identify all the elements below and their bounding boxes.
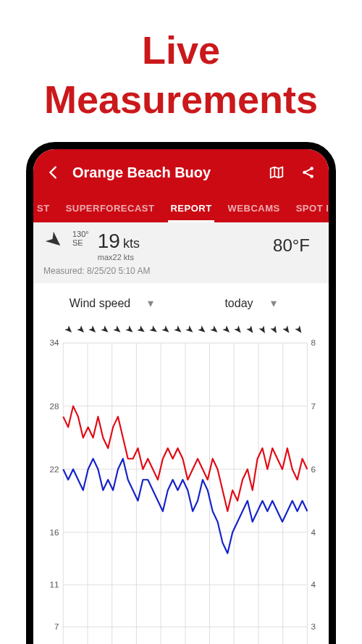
tab-report[interactable]: REPORT bbox=[162, 196, 219, 222]
wind-dir-arrow-icon bbox=[185, 325, 195, 335]
svg-text:7: 7 bbox=[311, 401, 316, 411]
wind-dir-arrow-icon bbox=[173, 325, 183, 335]
wind-chart[interactable]: 34282216117876443 bbox=[43, 336, 319, 644]
app-header: Orange Beach Buoy bbox=[33, 149, 329, 196]
wind-dir-arrow-icon bbox=[197, 325, 207, 335]
metric-selector[interactable]: Wind speed ▾ bbox=[42, 290, 181, 316]
range-label: today bbox=[224, 297, 253, 310]
temperature: 80°F bbox=[273, 235, 310, 256]
promo-title: Live Measurements bbox=[0, 0, 362, 138]
svg-text:11: 11 bbox=[49, 580, 59, 589]
wind-block: 19 kts max22 kts bbox=[98, 230, 140, 262]
wind-dir-arrow-icon bbox=[76, 325, 86, 335]
direction-label: SE bbox=[72, 238, 89, 247]
measured-line: Measured: 8/25/20 5:10 AM bbox=[33, 266, 329, 283]
selector-row: Wind speed ▾ today ▾ bbox=[33, 283, 329, 322]
direction-degrees: 130° bbox=[72, 230, 89, 238]
share-icon[interactable] bbox=[295, 159, 321, 185]
tab-webcams[interactable]: WEBCAMS bbox=[220, 196, 288, 222]
svg-text:7: 7 bbox=[54, 622, 59, 631]
svg-text:6: 6 bbox=[311, 464, 316, 474]
wind-dir-arrow-icon bbox=[269, 325, 279, 335]
back-button[interactable] bbox=[41, 159, 67, 185]
wind-dir-arrow-icon bbox=[294, 325, 304, 335]
phone-frame: Orange Beach Buoy STSUPERFORECASTREPORTW… bbox=[26, 142, 336, 644]
promo-line2: Measurements bbox=[44, 78, 318, 121]
svg-text:16: 16 bbox=[49, 527, 59, 537]
wind-max: max22 kts bbox=[98, 253, 140, 262]
metric-label: Wind speed bbox=[70, 297, 131, 310]
wind-dir-arrow-icon bbox=[161, 325, 171, 335]
svg-text:34: 34 bbox=[49, 338, 59, 347]
wind-dir-arrow-icon bbox=[245, 325, 256, 335]
svg-text:4: 4 bbox=[311, 527, 316, 537]
wind-unit: kts bbox=[123, 236, 140, 251]
chart: 34282216117876443 bbox=[33, 322, 329, 644]
page-title: Orange Beach Buoy bbox=[72, 164, 258, 181]
tab-superforecast[interactable]: SUPERFORECAST bbox=[58, 196, 163, 222]
info-bar: 130° SE 19 kts max22 kts 80°F bbox=[33, 222, 329, 266]
wind-dir-arrow-icon bbox=[148, 325, 159, 335]
svg-text:28: 28 bbox=[49, 401, 59, 411]
map-icon[interactable] bbox=[264, 159, 290, 185]
svg-text:8: 8 bbox=[311, 338, 316, 347]
wind-value: 19 bbox=[98, 230, 120, 253]
wind-dir-arrow-icon bbox=[125, 325, 135, 335]
chevron-down-icon: ▾ bbox=[271, 296, 277, 310]
chevron-down-icon: ▾ bbox=[148, 296, 153, 310]
wind-dir-arrow-icon bbox=[209, 325, 219, 335]
range-selector[interactable]: today ▾ bbox=[181, 290, 320, 316]
tabs: STSUPERFORECASTREPORTWEBCAMSSPOT INFO bbox=[33, 196, 329, 222]
wind-dir-arrow-icon bbox=[222, 325, 232, 335]
direction-arrows-row bbox=[43, 322, 319, 336]
wind-dir-arrow-icon bbox=[258, 325, 268, 335]
wind-dir-arrow-icon bbox=[88, 325, 98, 335]
tab-st[interactable]: ST bbox=[33, 196, 58, 222]
promo-line1: Live bbox=[142, 28, 220, 72]
tab-spot-info[interactable]: SPOT INFO bbox=[288, 196, 329, 222]
wind-dir-arrow-icon bbox=[112, 325, 122, 335]
svg-text:22: 22 bbox=[49, 464, 59, 474]
svg-text:4: 4 bbox=[311, 580, 316, 589]
wind-dir-arrow-icon bbox=[100, 325, 110, 335]
wind-dir-arrow-icon bbox=[64, 325, 74, 335]
wind-dir-arrow-icon bbox=[136, 325, 146, 335]
wind-direction-arrow-icon bbox=[43, 230, 65, 251]
wind-dir-arrow-icon bbox=[233, 325, 243, 335]
wind-dir-arrow-icon bbox=[282, 325, 292, 335]
svg-text:3: 3 bbox=[311, 622, 316, 631]
direction-meta: 130° SE bbox=[72, 230, 89, 247]
